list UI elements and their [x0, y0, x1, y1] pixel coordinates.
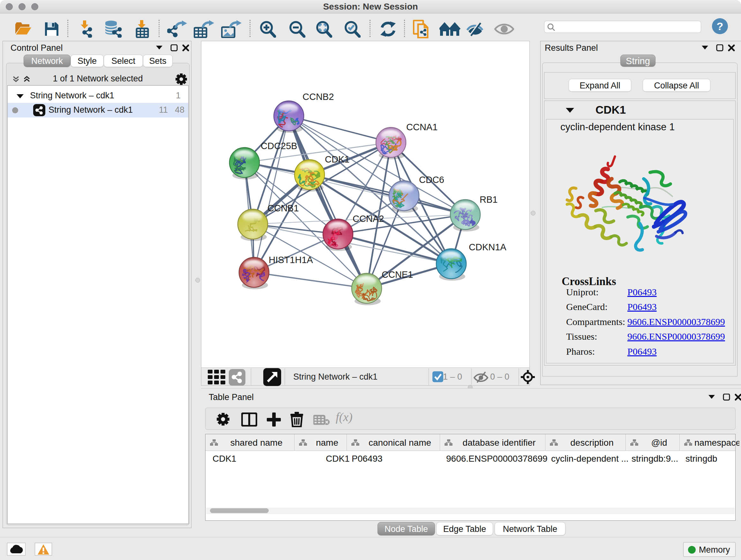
- svg-text:CDK1: CDK1: [325, 154, 349, 165]
- svg-text:CDC25B: CDC25B: [261, 141, 297, 151]
- svg-text:CCNB1: CCNB1: [267, 203, 299, 213]
- svg-text:HIST1H1A: HIST1H1A: [269, 255, 313, 265]
- svg-text:CCNE1: CCNE1: [382, 269, 413, 280]
- svg-text:CCNA1: CCNA1: [406, 122, 437, 132]
- svg-text:CCNB2: CCNB2: [302, 91, 334, 102]
- svg-text:RB1: RB1: [480, 194, 497, 205]
- svg-text:CDKN1A: CDKN1A: [469, 242, 507, 252]
- svg-text:CDC6: CDC6: [419, 175, 444, 185]
- svg-text:CCNA2: CCNA2: [353, 213, 384, 224]
